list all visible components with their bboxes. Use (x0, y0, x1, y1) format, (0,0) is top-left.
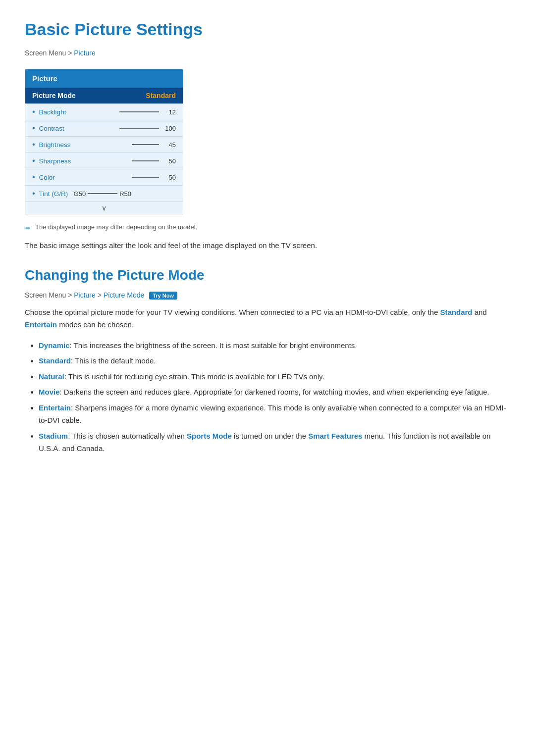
menu-label-sharpness: Sharpness (39, 157, 132, 165)
slider-color (132, 177, 159, 178)
pencil-icon: ✏ (25, 224, 31, 233)
section2-title: Changing the Picture Mode (25, 267, 510, 283)
desc-movie: Darkens the screen and reduces glare. Ap… (62, 388, 489, 396)
breadcrumb-sep: > (68, 49, 74, 57)
bullet-contrast: • (32, 124, 35, 133)
breadcrumb-2: Screen Menu > Picture > Picture Mode Try… (25, 291, 510, 300)
tint-r-val: R50 (119, 190, 131, 198)
desc-stadium-mid: is turned on under the (232, 432, 308, 440)
menu-header: Picture (25, 69, 183, 88)
intro-text-part1: Choose the optimal picture mode for your… (25, 308, 440, 316)
list-item-entertain: Entertain: Sharpens images for a more dy… (39, 402, 510, 427)
slider-area-contrast: 100 (119, 125, 176, 132)
menu-row-tint[interactable]: • Tint (G/R) G50 R50 (25, 185, 183, 202)
note-line: ✏ The displayed image may differ dependi… (25, 223, 510, 233)
intro-text: Choose the optimal picture mode for your… (25, 306, 510, 331)
picture-modes-list: Dynamic: This increases the brightness o… (25, 339, 510, 455)
list-item-dynamic: Dynamic: This increases the brightness o… (39, 339, 510, 352)
intro-text-part3: modes can be chosen. (57, 320, 134, 329)
menu-label-backlight: Backlight (39, 108, 119, 116)
breadcrumb-prefix: Screen Menu (25, 49, 66, 57)
val-contrast: 100 (162, 125, 176, 132)
term-dynamic: Dynamic (39, 341, 70, 350)
desc-stadium-pre: This is chosen automatically when (70, 432, 187, 440)
chevron-down-icon: ∨ (102, 204, 107, 212)
menu-row-picture-mode[interactable]: Picture Mode Standard (25, 88, 183, 103)
page-title: Basic Picture Settings (25, 20, 510, 39)
try-now-badge[interactable]: Try Now (149, 292, 177, 300)
slider-sharpness (132, 160, 159, 161)
term-entertain: Entertain (39, 403, 71, 412)
slider-area-color: 50 (132, 174, 176, 181)
term-stadium: Stadium (39, 432, 68, 440)
slider-area-backlight: 12 (119, 108, 176, 116)
bullet-sharpness: • (32, 156, 35, 165)
slider-backlight (119, 111, 159, 112)
breadcrumb-1: Screen Menu > Picture (25, 49, 510, 57)
menu-row-color[interactable]: • Color 50 (25, 169, 183, 185)
menu-label-picture-mode: Picture Mode (32, 92, 76, 100)
note-text: The displayed image may differ depending… (35, 223, 197, 231)
menu-label-tint: Tint (G/R) (39, 190, 69, 198)
bullet-tint: • (32, 189, 35, 198)
menu-value-picture-mode: Standard (146, 92, 176, 100)
breadcrumb2-link-picture-mode[interactable]: Picture Mode (104, 291, 144, 299)
body-text: The basic image settings alter the look … (25, 240, 510, 252)
slider-tint (88, 193, 117, 194)
breadcrumb2-link-picture[interactable]: Picture (74, 291, 96, 299)
menu-row-sharpness[interactable]: • Sharpness 50 (25, 152, 183, 169)
menu-box: Picture Picture Mode Standard • Backligh… (25, 69, 183, 214)
desc-natural: This is useful for reducing eye strain. … (66, 372, 324, 381)
list-item-natural: Natural: This is useful for reducing eye… (39, 370, 510, 383)
val-sharpness: 50 (162, 157, 176, 165)
bullet-brightness: • (32, 140, 35, 149)
val-backlight: 12 (162, 108, 176, 116)
desc-standard: This is the default mode. (73, 356, 156, 365)
breadcrumb2-sep2: > (98, 291, 104, 299)
slider-brightness (132, 144, 159, 145)
menu-row-brightness[interactable]: • Brightness 45 (25, 136, 183, 152)
term-movie: Movie (39, 388, 60, 396)
list-item-standard: Standard: This is the default mode. (39, 354, 510, 367)
desc-dynamic: This increases the brightness of the scr… (72, 341, 357, 350)
slider-area-sharpness: 50 (132, 157, 176, 165)
bullet-color: • (32, 173, 35, 182)
menu-label-color: Color (39, 174, 132, 181)
bullet-backlight: • (32, 107, 35, 116)
intro-link-standard[interactable]: Standard (440, 308, 472, 316)
menu-row-backlight[interactable]: • Backlight 12 (25, 103, 183, 120)
link-smart-features[interactable]: Smart Features (308, 432, 362, 440)
intro-text-part2: and (473, 308, 487, 316)
val-brightness: 45 (162, 141, 176, 149)
slider-area-brightness: 45 (132, 141, 176, 149)
menu-chevron[interactable]: ∨ (25, 202, 183, 214)
link-sports-mode[interactable]: Sports Mode (187, 432, 232, 440)
menu-label-contrast: Contrast (39, 125, 119, 132)
breadcrumb-link-picture[interactable]: Picture (74, 49, 96, 57)
breadcrumb2-prefix: Screen Menu (25, 291, 66, 299)
slider-contrast (119, 128, 159, 129)
term-standard: Standard (39, 356, 71, 365)
desc-entertain: Sharpens images for a more dynamic viewi… (39, 403, 506, 425)
tint-g-val: G50 (74, 190, 86, 198)
list-item-stadium: Stadium: This is chosen automatically wh… (39, 430, 510, 455)
intro-link-entertain[interactable]: Entertain (25, 320, 57, 329)
menu-row-contrast[interactable]: • Contrast 100 (25, 120, 183, 136)
term-natural: Natural (39, 372, 64, 381)
list-item-movie: Movie: Darkens the screen and reduces gl… (39, 386, 510, 399)
breadcrumb2-sep1: > (68, 291, 74, 299)
menu-label-brightness: Brightness (39, 141, 132, 149)
val-color: 50 (162, 174, 176, 181)
